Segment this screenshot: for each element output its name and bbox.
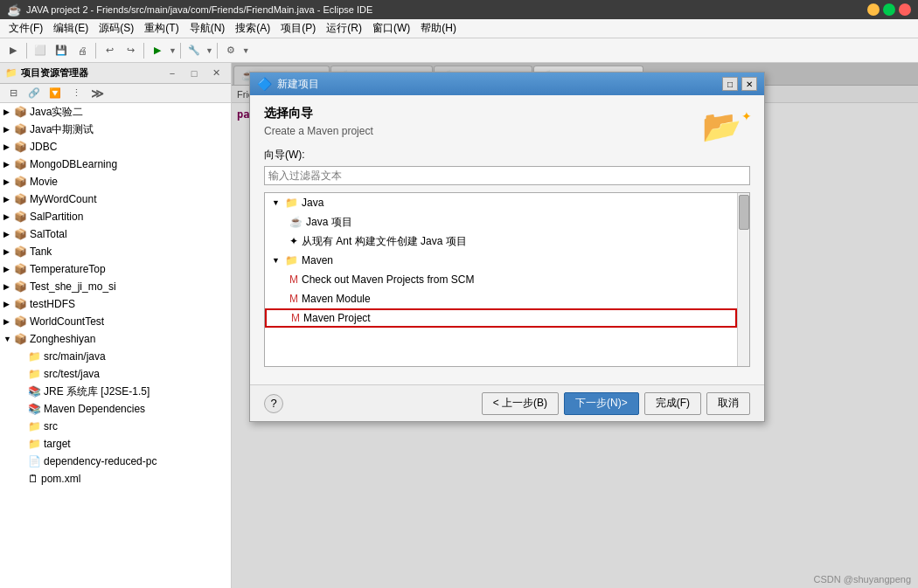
next-button[interactable]: 下一步(N)> [564, 392, 639, 415]
dialog-minimize-btn[interactable]: □ [722, 77, 738, 91]
tree-item-14[interactable]: 📁 src/main/java [0, 348, 231, 365]
menu-item-w[interactable]: 窗口(W) [367, 19, 415, 38]
item-icon-10: 📦 [14, 280, 27, 293]
toolbar-btn-2[interactable]: ⬜ [31, 41, 50, 60]
toolbar-btn-6[interactable]: ↪ [121, 41, 140, 60]
menu-item-r[interactable]: 运行(R) [321, 19, 367, 38]
help-button[interactable]: ? [264, 394, 283, 413]
tree-item-java-project[interactable]: ☕ Java 项目 [265, 212, 737, 232]
dialog-close-btn[interactable]: ✕ [741, 77, 757, 91]
panel-title: 项目资源管理器 [21, 66, 88, 80]
tree-category-java[interactable]: ▼ 📁 Java [265, 193, 737, 212]
item-icon-8: 📦 [14, 246, 27, 258]
cancel-button[interactable]: 取消 [706, 392, 750, 415]
tree-item-20[interactable]: 📄 dependency-reduced-pc [0, 453, 231, 470]
toolbar-sep-5 [217, 43, 218, 59]
menu-item-f[interactable]: 文件(F) [3, 19, 48, 38]
menu-item-p[interactable]: 项目(P) [275, 19, 321, 38]
view-menu-btn[interactable]: ⋮ [66, 84, 86, 103]
tree-item-maven-project[interactable]: M Maven Project [265, 308, 737, 328]
window-controls [867, 3, 911, 16]
tree-item-18[interactable]: 📁 src [0, 418, 231, 435]
item-label-8: Tank [30, 246, 52, 258]
window-title: JAVA project 2 - Friends/src/main/java/c… [26, 4, 867, 15]
filter-btn[interactable]: 🔽 [45, 84, 65, 103]
tree-item-6[interactable]: ▶ 📦 SalPartition [0, 208, 231, 225]
menu-item-t[interactable]: 重构(T) [139, 19, 184, 38]
tree-category-maven[interactable]: ▼ 📁 Maven [265, 251, 737, 270]
expand-btn[interactable]: ≫ [87, 84, 107, 103]
maximize-button[interactable] [883, 3, 895, 16]
menu-item-s[interactable]: 源码(S) [94, 19, 139, 38]
dialog-title-left: 🔷 新建项目 [257, 77, 319, 92]
wizard-icon: 📂✦ [699, 102, 755, 150]
toolbar-btn-8[interactable]: ⚙ [221, 41, 240, 60]
item-icon-1: 📦 [14, 123, 27, 135]
item-label-17: Maven Dependencies [44, 403, 145, 415]
folder-icon: 📁 [5, 67, 17, 79]
menu-item-e[interactable]: 编辑(E) [48, 19, 94, 38]
tree-item-13[interactable]: ▼ 📦 Zongheshiyan [0, 330, 231, 348]
tree-item-12[interactable]: ▶ 📦 WorldCountTest [0, 313, 231, 330]
watermark: CSDN @shuyangpeng [814, 574, 911, 585]
toolbar-btn-3[interactable]: 💾 [52, 41, 71, 60]
tree-item-21[interactable]: 🗒 pom.xml [0, 470, 231, 488]
tree-item-ant[interactable]: ✦ 从现有 Ant 构建文件创建 Java 项目 [265, 232, 737, 251]
panel-close-btn[interactable]: ✕ [206, 64, 226, 83]
tree-item-1[interactable]: ▶ 📦 Java中期测试 [0, 121, 231, 138]
toolbar-btn-7-arrow[interactable]: ▼ [205, 46, 213, 55]
close-button[interactable] [899, 3, 911, 16]
tree-item-11[interactable]: ▶ 📦 testHDFS [0, 295, 231, 313]
tree-item-8[interactable]: ▶ 📦 Tank [0, 243, 231, 260]
item-label-7: SalTotal [30, 228, 67, 240]
tree-item-2[interactable]: ▶ 📦 JDBC [0, 138, 231, 156]
tree-scrollbar[interactable] [737, 193, 749, 366]
back-button[interactable]: < 上一步(B) [482, 392, 559, 415]
tree-item-3[interactable]: ▶ 📦 MongoDBLearning [0, 156, 231, 173]
tree-item-5[interactable]: ▶ 📦 MyWordCount [0, 190, 231, 208]
item-label-16: JRE 系统库 [J2SE-1.5] [44, 384, 150, 399]
toolbar-run[interactable]: ▶ [148, 41, 167, 60]
item-label-20: dependency-reduced-pc [44, 455, 156, 467]
toolbar-run-arrow[interactable]: ▼ [169, 46, 177, 55]
dialog-overlay: 🔷 新建项目 □ ✕ 选择向导 Create a Maven project 📂… [232, 63, 918, 588]
toolbar-sep-3 [143, 43, 144, 59]
item-icon-18: 📁 [28, 420, 41, 432]
menu-item-h[interactable]: 帮助(H) [415, 19, 462, 38]
arrow-3: ▶ [3, 160, 12, 169]
dialog-section-title: 选择向导 [264, 106, 750, 121]
tree-item-19[interactable]: 📁 target [0, 435, 231, 453]
tree-item-10[interactable]: ▶ 📦 Test_she_ji_mo_si [0, 278, 231, 295]
toolbar-btn-4[interactable]: 🖨 [73, 41, 92, 60]
minimize-button[interactable] [867, 3, 880, 16]
menu-item-a[interactable]: 搜索(A) [230, 19, 275, 38]
tree-item-16[interactable]: 📚 JRE 系统库 [J2SE-1.5] [0, 383, 231, 400]
item-label-13: Zongheshiyan [30, 333, 95, 345]
panel-menu-btn[interactable]: □ [184, 64, 204, 83]
toolbar-btn-8-arrow[interactable]: ▼ [242, 46, 250, 55]
menu-item-n[interactable]: 导航(N) [184, 19, 231, 38]
dialog-controls: □ ✕ [722, 77, 757, 91]
tree-item-17[interactable]: 📚 Maven Dependencies [0, 400, 231, 418]
toolbar-btn-1[interactable]: ▶ [3, 41, 23, 60]
toolbar-btn-5[interactable]: ↩ [100, 41, 119, 60]
panel-collapse-btn[interactable]: − [163, 64, 182, 83]
tree-item-7[interactable]: ▶ 📦 SalTotal [0, 225, 231, 243]
item-label-3: MongoDBLearning [30, 158, 117, 170]
toolbar-btn-7[interactable]: 🔧 [184, 41, 204, 60]
checkout-icon: M [289, 273, 298, 286]
tree-item-9[interactable]: ▶ 📦 TemperatureTop [0, 260, 231, 278]
filter-input[interactable] [264, 166, 750, 185]
tree-item-4[interactable]: ▶ 📦 Movie [0, 173, 231, 190]
tree-item-maven-module[interactable]: M Maven Module [265, 289, 737, 308]
dialog-title-icon: 🔷 [257, 77, 272, 91]
tree-item-15[interactable]: 📁 src/test/java [0, 365, 231, 383]
item-label-6: SalPartition [30, 211, 83, 223]
collapse-all-btn[interactable]: ⊟ [3, 84, 23, 103]
finish-button[interactable]: 完成(F) [644, 392, 701, 415]
tree-item-checkout[interactable]: M Check out Maven Projects from SCM [265, 270, 737, 289]
item-icon-17: 📚 [28, 403, 41, 415]
link-editor-btn[interactable]: 🔗 [24, 84, 44, 103]
item-icon-21: 🗒 [28, 473, 38, 485]
tree-item-0[interactable]: ▶ 📦 Java实验二 [0, 103, 231, 121]
